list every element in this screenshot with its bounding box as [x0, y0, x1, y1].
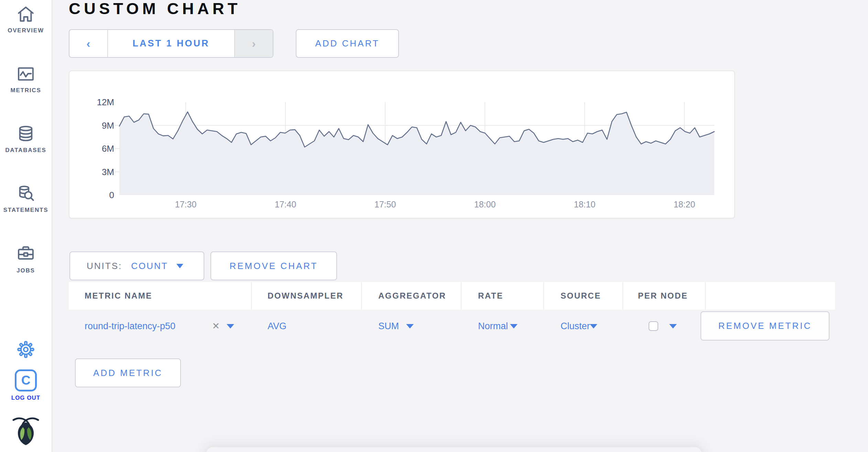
home-icon [16, 4, 36, 24]
aggregator-dropdown[interactable]: SUM [378, 321, 399, 332]
x-tick-label: 17:50 [361, 199, 409, 209]
source-dropdown[interactable]: Cluster [561, 321, 590, 332]
sidebar-item-label: METRICS [10, 87, 41, 94]
column-header-metric-name: METRIC NAME [69, 282, 251, 310]
column-header-downsampler: DOWNSAMPLER [251, 282, 361, 310]
y-tick-label: 3M [85, 167, 114, 177]
custom-chart-page: OVERVIEW METRICS DATABASES [0, 0, 868, 452]
metric-name-controls: ✕ [212, 321, 234, 332]
column-header-source: SOURCE [543, 282, 622, 310]
y-tick-label: 12M [85, 97, 114, 107]
sidebar-item-overview[interactable]: OVERVIEW [0, 4, 52, 34]
sidebar-item-metrics[interactable]: METRICS [0, 64, 52, 94]
x-tick-label: 17:30 [162, 199, 210, 209]
x-tick-label: 18:00 [461, 199, 509, 209]
bottom-window-shadow [206, 447, 702, 452]
settings-button[interactable] [0, 340, 52, 359]
sidebar-item-label: DATABASES [5, 147, 46, 154]
chart-card: 12M9M6M3M0 17:3017:4017:5018:0018:1018:2… [69, 71, 735, 218]
y-tick-label: 0 [85, 190, 114, 200]
units-dropdown[interactable]: UNITS: COUNT [69, 251, 204, 280]
sidebar: OVERVIEW METRICS DATABASES [0, 0, 52, 452]
chevron-left-icon: ‹ [86, 37, 90, 50]
metric-name-cell: round-trip-latency-p50 ✕ [85, 310, 234, 343]
cockroach-c-icon: C [15, 369, 37, 391]
per-node-checkbox[interactable] [649, 321, 658, 331]
sidebar-item-label: JOBS [17, 267, 35, 274]
column-header-actions [705, 282, 835, 310]
cockroach-logo [0, 414, 52, 446]
column-header-aggregator: AGGREGATOR [361, 282, 461, 310]
units-label: UNITS: [87, 261, 122, 271]
per-node-cell [649, 310, 700, 343]
timeseries-area-chart[interactable] [119, 102, 714, 195]
y-tick-label: 9M [85, 120, 114, 131]
column-header-per-node: PER NODE [622, 282, 705, 310]
clear-metric-icon[interactable]: ✕ [212, 321, 220, 332]
column-header-rate: RATE [461, 282, 543, 310]
statements-icon [16, 184, 36, 204]
time-range-dropdown[interactable]: LAST 1 HOUR [108, 30, 234, 57]
metrics-table-header: METRIC NAME DOWNSAMPLER AGGREGATOR RATE … [69, 282, 835, 310]
metric-name-dropdown[interactable]: round-trip-latency-p50 [85, 321, 175, 332]
add-metric-button[interactable]: ADD METRIC [75, 358, 181, 387]
x-tick-label: 17:40 [261, 199, 310, 209]
sidebar-item-statements[interactable]: STATEMENTS [0, 184, 52, 214]
time-range-selector: ‹ LAST 1 HOUR › [69, 29, 273, 58]
page-title: CUSTOM CHART [69, 0, 241, 18]
sidebar-item-label: OVERVIEW [8, 27, 44, 34]
next-time-button[interactable]: › [234, 30, 273, 57]
gear-icon [16, 340, 35, 359]
logout-button[interactable]: C LOG OUT [0, 369, 52, 401]
x-tick-label: 18:20 [660, 199, 708, 209]
chevron-down-icon[interactable] [227, 324, 234, 329]
cockroach-bug-icon [9, 414, 42, 446]
metrics-icon [16, 64, 36, 84]
jobs-icon [16, 244, 36, 264]
downsampler-dropdown[interactable]: AVG [268, 321, 286, 332]
remove-chart-button[interactable]: REMOVE CHART [210, 251, 337, 280]
logout-label: LOG OUT [11, 395, 40, 401]
sidebar-item-databases[interactable]: DATABASES [0, 124, 52, 154]
add-chart-button[interactable]: ADD CHART [296, 29, 399, 58]
units-value: COUNT [131, 261, 168, 271]
databases-icon [16, 124, 36, 144]
chevron-right-icon: › [252, 37, 256, 50]
sidebar-item-label: STATEMENTS [3, 207, 48, 214]
remove-metric-button[interactable]: REMOVE METRIC [701, 311, 829, 341]
chevron-down-icon [176, 264, 183, 268]
sidebar-item-jobs[interactable]: JOBS [0, 244, 52, 274]
prev-time-button[interactable]: ‹ [69, 30, 108, 57]
rate-dropdown[interactable]: Normal [478, 321, 508, 332]
x-tick-label: 18:10 [561, 199, 609, 209]
y-tick-label: 6M [85, 143, 114, 154]
